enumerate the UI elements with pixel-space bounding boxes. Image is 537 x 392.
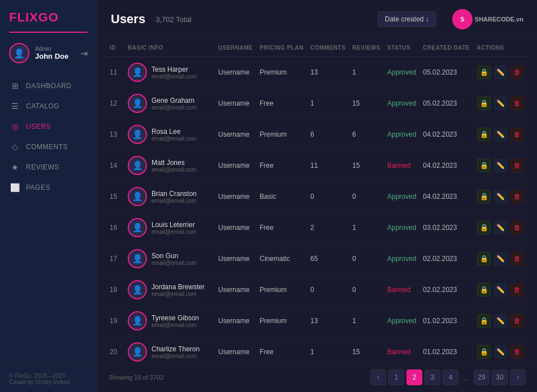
- cell-status: Approved: [384, 88, 419, 119]
- pagination-page-2[interactable]: 2: [406, 369, 422, 385]
- table-row: 19 👤 Tyreese Gibson email@email.com User…: [106, 306, 528, 337]
- sidebar-item-dashboard[interactable]: ⊞ DASHBOARD: [0, 76, 97, 96]
- edit-button[interactable]: ✏️: [494, 66, 508, 79]
- edit-button[interactable]: ✏️: [494, 190, 508, 203]
- table-row: 16 👤 Louis Leterrier email@email.com Use…: [106, 212, 528, 243]
- dashboard-icon: ⊞: [10, 81, 20, 90]
- cell-reviews: 15: [349, 150, 384, 181]
- sidebar-item-pages[interactable]: ⬜ PAGES: [0, 177, 97, 198]
- cell-username: Username: [215, 275, 256, 306]
- edit-button[interactable]: ✏️: [494, 221, 508, 234]
- col-created-date: CREATED DATE: [419, 39, 473, 57]
- status-badge: Banned: [387, 348, 410, 356]
- delete-button[interactable]: 🗑: [510, 97, 524, 110]
- cell-reviews: 15: [349, 88, 384, 119]
- edit-button[interactable]: ✏️: [494, 252, 508, 265]
- avatar: 👤: [9, 43, 29, 63]
- delete-button[interactable]: 🗑: [510, 221, 524, 234]
- cell-basic-info: 👤 Son Gun email@email.com: [124, 243, 215, 275]
- pagination-prev[interactable]: ‹: [370, 369, 386, 385]
- sidebar-item-comments[interactable]: ◇ COMMENTS: [0, 137, 97, 157]
- cell-plan: Premium: [256, 119, 307, 150]
- edit-button[interactable]: ✏️: [494, 283, 508, 297]
- user-email: email@email.com: [151, 136, 197, 142]
- pagination-next[interactable]: ›: [510, 369, 526, 385]
- logout-button[interactable]: ⇥: [80, 48, 88, 59]
- comments-icon: ◇: [10, 142, 20, 151]
- sidebar-item-users[interactable]: ◎ USERS: [0, 116, 97, 137]
- lock-button[interactable]: 🔒: [477, 190, 491, 203]
- lock-button[interactable]: 🔒: [477, 159, 491, 172]
- pagination-page-29[interactable]: 29: [474, 369, 490, 385]
- logo-underline: [9, 32, 88, 33]
- page-title: Users: [111, 12, 145, 27]
- delete-button[interactable]: 🗑: [510, 159, 524, 172]
- delete-button[interactable]: 🗑: [510, 128, 524, 141]
- status-badge: Approved: [387, 193, 416, 201]
- delete-button[interactable]: 🗑: [510, 252, 524, 265]
- sidebar-item-catalog[interactable]: ☰ CATALOG: [0, 96, 97, 116]
- lock-button[interactable]: 🔒: [477, 283, 491, 297]
- cell-plan: Cinematic: [256, 243, 307, 275]
- cell-comments: 13: [307, 306, 349, 337]
- edit-button[interactable]: ✏️: [494, 345, 508, 359]
- edit-button[interactable]: ✏️: [494, 97, 508, 110]
- sidebar-item-reviews[interactable]: ★ REVIEWS: [0, 157, 97, 177]
- cell-actions: 🔒 ✏️ 🗑: [473, 119, 528, 150]
- user-profile: 👤 Admin John Doe ⇥: [0, 37, 97, 69]
- cell-id: 18: [106, 275, 124, 306]
- cell-username: Username: [215, 243, 256, 275]
- edit-button[interactable]: ✏️: [494, 314, 508, 328]
- pages-icon: ⬜: [10, 183, 20, 192]
- pagination-page-1[interactable]: 1: [388, 369, 404, 385]
- delete-button[interactable]: 🗑: [510, 345, 524, 359]
- delete-button[interactable]: 🗑: [510, 190, 524, 203]
- lock-button[interactable]: 🔒: [477, 66, 491, 79]
- table-row: 12 👤 Gene Graham email@email.com Usernam…: [106, 88, 528, 119]
- cell-basic-info: 👤 Tess Harper email@email.com: [124, 57, 215, 88]
- lock-button[interactable]: 🔒: [477, 345, 491, 359]
- delete-button[interactable]: 🗑: [510, 66, 524, 79]
- users-table: ID BASIC INFO USERNAME PRICING PLAN COMM…: [106, 39, 528, 362]
- user-avatar: 👤: [128, 63, 147, 82]
- cell-date: 03.02.2023: [419, 212, 473, 243]
- user-email: email@email.com: [151, 353, 200, 359]
- user-email: email@email.com: [151, 291, 205, 297]
- delete-button[interactable]: 🗑: [510, 314, 524, 328]
- lock-button[interactable]: 🔒: [477, 252, 491, 265]
- cell-reviews: 1: [349, 306, 384, 337]
- catalog-icon: ☰: [10, 102, 20, 111]
- user-avatar: 👤: [128, 280, 147, 299]
- delete-button[interactable]: 🗑: [510, 283, 524, 297]
- cell-basic-info: 👤 Brian Cranston email@email.com: [124, 181, 215, 212]
- date-filter-label: Date created ↓: [385, 15, 429, 23]
- user-avatar: 👤: [128, 125, 147, 144]
- col-status: STATUS: [384, 39, 419, 57]
- cell-actions: 🔒 ✏️ 🗑: [473, 243, 528, 275]
- cell-reviews: 15: [349, 337, 384, 363]
- user-fullname: Rosa Lee: [151, 128, 197, 136]
- pagination-page-4[interactable]: 4: [443, 369, 458, 385]
- edit-button[interactable]: ✏️: [494, 128, 508, 141]
- pagination-page-30[interactable]: 30: [492, 369, 508, 385]
- cell-comments: 11: [307, 150, 349, 181]
- date-filter-button[interactable]: Date created ↓: [378, 11, 436, 27]
- cell-plan: Premium: [256, 275, 307, 306]
- cell-id: 12: [106, 88, 124, 119]
- cell-username: Username: [215, 119, 256, 150]
- pagination-bar: Showing 10 of 3702 ‹ 1 2 3 4 ... 29 30 ›: [97, 362, 537, 392]
- lock-button[interactable]: 🔒: [477, 128, 491, 141]
- user-email: email@email.com: [151, 322, 199, 328]
- reviews-icon: ★: [10, 163, 20, 172]
- lock-button[interactable]: 🔒: [477, 97, 491, 110]
- lock-button[interactable]: 🔒: [477, 314, 491, 328]
- lock-button[interactable]: 🔒: [477, 221, 491, 234]
- cell-status: Approved: [384, 212, 419, 243]
- users-icon: ◎: [10, 122, 20, 131]
- cell-comments: 6: [307, 119, 349, 150]
- main-content: Users 3,702 Total Date created ↓ S SHARE…: [97, 0, 537, 392]
- user-fullname: Charlize Theron: [151, 345, 200, 353]
- cell-id: 20: [106, 337, 124, 363]
- edit-button[interactable]: ✏️: [494, 159, 508, 172]
- pagination-page-3[interactable]: 3: [425, 369, 440, 385]
